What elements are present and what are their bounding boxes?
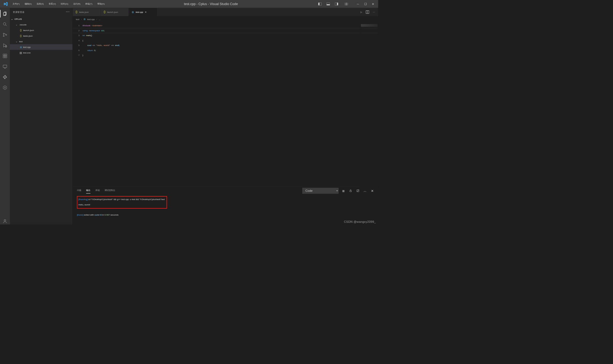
file-label: launch.json bbox=[23, 29, 34, 31]
line-numbers: 1234567 bbox=[72, 23, 82, 186]
tab-label: tasks.json bbox=[79, 11, 89, 13]
layout-right-icon[interactable] bbox=[333, 2, 340, 7]
close-icon[interactable]: × bbox=[145, 10, 148, 14]
code-content[interactable]: #include <iostream>using namespace std;i… bbox=[83, 23, 360, 186]
svg-rect-1 bbox=[318, 3, 319, 5]
breadcrumbs[interactable]: test › ⊕ test.cpp › ... bbox=[72, 16, 378, 22]
editor-actions: ▷ ⋯ bbox=[361, 8, 378, 16]
svg-rect-26 bbox=[350, 191, 351, 192]
layout-controls bbox=[316, 2, 350, 7]
file-label: test.exe bbox=[23, 51, 30, 54]
explorer-icon[interactable] bbox=[2, 10, 9, 17]
output-text: seconds bbox=[110, 213, 118, 216]
cpp-icon: ⊕ bbox=[18, 45, 23, 49]
close-button[interactable]: ✕ bbox=[369, 2, 377, 7]
menu-file[interactable]: 文件(F) bbox=[12, 2, 21, 6]
minimap[interactable] bbox=[360, 23, 378, 186]
menu-help[interactable]: 帮助(H) bbox=[96, 2, 106, 6]
tab-test-cpp[interactable]: ⊕ test.cpp × bbox=[129, 8, 157, 16]
breadcrumb-file[interactable]: test.cpp bbox=[87, 18, 95, 20]
file-tasks-json[interactable]: {} tasks.json bbox=[10, 33, 72, 39]
title-bar: 文件(F) 编辑(E) 选择(S) 查看(V) 转到(G) 运行(R) 终端(T… bbox=[0, 0, 378, 8]
svg-rect-9 bbox=[347, 4, 348, 5]
maximize-button[interactable] bbox=[362, 2, 369, 7]
run-debug-icon[interactable] bbox=[2, 42, 9, 49]
clear-icon[interactable] bbox=[355, 188, 361, 193]
file-label: tasks.json bbox=[23, 35, 33, 37]
watermark: CSDN @wangxy2099_ bbox=[344, 220, 376, 224]
file-test-exe[interactable]: ▤ test.exe bbox=[10, 50, 72, 55]
split-editor-icon[interactable] bbox=[366, 10, 369, 14]
file-launch-json[interactable]: {} launch.json bbox=[10, 27, 72, 33]
breadcrumb-symbol[interactable]: ... bbox=[99, 18, 101, 20]
svg-rect-18 bbox=[5, 56, 7, 58]
python-icon[interactable] bbox=[2, 74, 9, 81]
json-icon: {} bbox=[104, 10, 105, 14]
panel-tab-debugconsole[interactable]: 调试控制台 bbox=[105, 189, 115, 192]
menu-view[interactable]: 查看(V) bbox=[48, 2, 57, 6]
output-running-cmd: cd "f:\Desktop\Cplus\test\" && g++ test.… bbox=[87, 198, 165, 201]
project-name: CPLUS bbox=[14, 18, 22, 20]
output-body[interactable]: [Running] cd "f:\Desktop\Cplus\test\" &&… bbox=[72, 194, 378, 225]
folder-test[interactable]: ⌄ test bbox=[10, 39, 72, 44]
svg-rect-3 bbox=[327, 4, 330, 5]
chevron-right-icon: › bbox=[81, 18, 82, 20]
chevron-up-icon[interactable]: ︿ bbox=[363, 188, 368, 193]
tab-tasks-json[interactable]: {} tasks.json bbox=[72, 8, 101, 16]
extensions-icon[interactable] bbox=[2, 52, 9, 59]
output-done-label: [Done] bbox=[77, 213, 83, 216]
chevron-down-icon: ⌄ bbox=[11, 18, 15, 20]
layout-bottom-icon[interactable] bbox=[324, 2, 332, 7]
chevron-right-icon: › bbox=[96, 18, 97, 20]
menu-run[interactable]: 运行(R) bbox=[72, 2, 82, 6]
svg-point-22 bbox=[4, 87, 5, 88]
menu-selection[interactable]: 选择(S) bbox=[36, 2, 45, 6]
json-icon: {} bbox=[18, 29, 23, 32]
more-icon[interactable]: ⋯ bbox=[373, 11, 375, 13]
code-editor[interactable]: 1234567 #include <iostream>using namespa… bbox=[72, 22, 378, 187]
editor-tabs: {} tasks.json {} launch.json ⊕ test.cpp … bbox=[72, 8, 378, 16]
window-controls: ─ ✕ bbox=[354, 2, 377, 7]
svg-point-12 bbox=[3, 33, 4, 34]
run-icon[interactable]: ▷ bbox=[361, 11, 362, 13]
tab-launch-json[interactable]: {} launch.json bbox=[101, 8, 129, 16]
project-root[interactable]: ⌄ CPLUS bbox=[10, 16, 72, 22]
output-channel-select[interactable]: Code bbox=[302, 188, 339, 194]
exe-icon: ▤ bbox=[18, 51, 23, 54]
editor-area: {} tasks.json {} launch.json ⊕ test.cpp … bbox=[72, 8, 378, 225]
svg-rect-20 bbox=[3, 65, 7, 67]
main-menu: 文件(F) 编辑(E) 选择(S) 查看(V) 转到(G) 运行(R) 终端(T… bbox=[12, 2, 106, 6]
output-text: in bbox=[102, 213, 105, 216]
file-label: test.cpp bbox=[23, 46, 30, 48]
search-icon[interactable] bbox=[2, 21, 9, 28]
file-test-cpp[interactable]: ⊕ test.cpp bbox=[10, 44, 72, 50]
remote-icon[interactable] bbox=[2, 63, 9, 70]
svg-rect-16 bbox=[3, 54, 5, 56]
account-icon[interactable] bbox=[2, 218, 9, 225]
output-hello: Hello, world! bbox=[78, 202, 165, 208]
activity-bar bbox=[0, 8, 10, 225]
close-panel-icon[interactable]: ✕ bbox=[370, 188, 375, 193]
sidebar-more-icon[interactable]: ⋯ bbox=[66, 10, 70, 14]
output-text: exited with bbox=[83, 213, 94, 216]
cpp-icon: ⊕ bbox=[83, 18, 86, 21]
filter-icon[interactable]: ≣ bbox=[341, 188, 346, 193]
breadcrumb-folder[interactable]: test bbox=[76, 18, 79, 20]
layout-customize-icon[interactable] bbox=[343, 2, 350, 7]
kubernetes-icon[interactable] bbox=[2, 84, 9, 91]
source-control-icon[interactable] bbox=[2, 31, 9, 38]
menu-goto[interactable]: 转到(G) bbox=[60, 2, 69, 6]
folder-vscode[interactable]: ⌄ .vscode bbox=[10, 22, 72, 27]
menu-edit[interactable]: 编辑(E) bbox=[24, 2, 33, 6]
svg-rect-6 bbox=[345, 3, 346, 4]
menu-terminal[interactable]: 终端(T) bbox=[85, 2, 94, 6]
minimize-button[interactable]: ─ bbox=[354, 2, 362, 7]
panel-tab-problems[interactable]: 问题 bbox=[77, 189, 81, 192]
explorer-sidebar: 资源管理器 ⋯ ⌄ CPLUS ⌄ .vscode {} launch.json… bbox=[10, 8, 72, 225]
layout-left-icon[interactable] bbox=[316, 2, 324, 7]
lock-icon[interactable] bbox=[348, 188, 353, 193]
panel-tabs: 问题 输出 终端 调试控制台 Code ≣ ︿ ✕ bbox=[72, 187, 378, 194]
panel-tab-output[interactable]: 输出 bbox=[86, 189, 90, 192]
file-tree: ⌄ .vscode {} launch.json {} tasks.json ⌄… bbox=[10, 22, 72, 55]
panel-tab-terminal[interactable]: 终端 bbox=[95, 189, 100, 192]
